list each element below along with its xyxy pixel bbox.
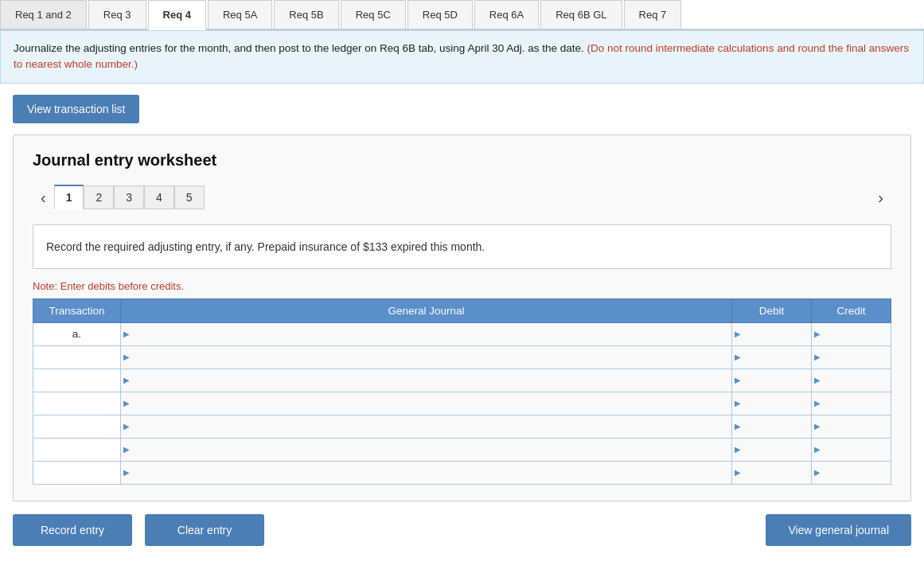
view-transaction-button[interactable]: View transaction list [13, 95, 139, 123]
debit-input[interactable] [743, 462, 811, 484]
credit-input[interactable] [822, 439, 891, 461]
tab-req6bgl[interactable]: Req 6B GL [540, 0, 622, 29]
general-journal-cell[interactable]: ▶ [121, 415, 732, 438]
table-row: ▶▶▶ [33, 392, 891, 415]
page-tab-5[interactable]: 5 [174, 185, 205, 209]
tab-req5b[interactable]: Req 5B [274, 0, 338, 29]
transaction-cell [33, 392, 121, 415]
transaction-cell: a. [33, 322, 121, 345]
instruction-text-bold: Prepaid insurance of $133 expired this m… [255, 240, 485, 253]
credit-input[interactable] [822, 323, 891, 345]
table-row: ▶▶▶ [33, 438, 891, 461]
general-journal-input[interactable] [131, 462, 731, 484]
worksheet-title: Journal entry worksheet [33, 151, 891, 170]
col-credit: Credit [812, 298, 891, 322]
page-tab-2[interactable]: 2 [84, 185, 114, 209]
table-row: ▶▶▶ [33, 415, 891, 438]
tab-req3[interactable]: Req 3 [88, 0, 146, 29]
info-banner: Journalize the adjusting entries for the… [0, 30, 924, 84]
debit-cell[interactable]: ▶ [732, 415, 812, 438]
credit-cell[interactable]: ▶ [812, 415, 891, 438]
debit-cell[interactable]: ▶ [732, 322, 812, 345]
page-tab-3[interactable]: 3 [114, 185, 144, 209]
transaction-cell [33, 438, 121, 461]
record-entry-button[interactable]: Record entry [13, 514, 132, 546]
worksheet-card: Journal entry worksheet ‹ 1 2 3 4 5 › Re… [13, 135, 911, 501]
general-journal-cell[interactable]: ▶ [121, 322, 732, 345]
prev-page-arrow[interactable]: ‹ [33, 184, 54, 212]
table-row: ▶▶▶ [33, 461, 891, 484]
credit-input[interactable] [822, 415, 891, 438]
credit-cell[interactable]: ▶ [812, 322, 891, 345]
tab-req7[interactable]: Req 7 [624, 0, 682, 29]
credit-input[interactable] [822, 346, 891, 369]
view-general-journal-button[interactable]: View general journal [766, 514, 911, 546]
instruction-text-normal: Record the required adjusting entry, if … [46, 240, 255, 253]
debit-cell[interactable]: ▶ [732, 438, 812, 461]
credit-input[interactable] [822, 392, 891, 415]
page-tab-4[interactable]: 4 [144, 185, 174, 209]
note-text: Note: Enter debits before credits. [33, 280, 891, 292]
general-journal-cell[interactable]: ▶ [121, 461, 732, 484]
buttons-row: Record entry Clear entry View general jo… [13, 514, 911, 546]
general-journal-input[interactable] [131, 439, 731, 461]
col-transaction: Transaction [33, 298, 121, 322]
credit-input[interactable] [822, 369, 891, 392]
tab-req5d[interactable]: Req 5D [407, 0, 473, 29]
transaction-cell [33, 345, 121, 369]
tab-req5a[interactable]: Req 5A [208, 0, 272, 29]
page-navigation: ‹ 1 2 3 4 5 › [33, 184, 891, 212]
debit-input[interactable] [743, 392, 811, 415]
page-tab-1[interactable]: 1 [54, 185, 84, 210]
col-debit: Debit [732, 298, 812, 322]
tab-req6a[interactable]: Req 6A [474, 0, 539, 29]
transaction-cell [33, 369, 121, 392]
next-page-arrow[interactable]: › [870, 184, 891, 212]
table-row: ▶▶▶ [33, 369, 891, 392]
general-journal-cell[interactable]: ▶ [121, 345, 732, 369]
debit-input[interactable] [743, 323, 811, 345]
general-journal-cell[interactable]: ▶ [121, 392, 732, 415]
credit-cell[interactable]: ▶ [812, 369, 891, 392]
general-journal-input[interactable] [131, 392, 731, 415]
debit-cell[interactable]: ▶ [732, 392, 812, 415]
debit-input[interactable] [743, 439, 811, 461]
journal-table: Transaction General Journal Debit Credit… [33, 298, 891, 485]
clear-entry-button[interactable]: Clear entry [145, 514, 264, 546]
instruction-box: Record the required adjusting entry, if … [33, 224, 891, 269]
general-journal-input[interactable] [131, 346, 731, 369]
debit-cell[interactable]: ▶ [732, 461, 812, 484]
tab-req1and2[interactable]: Req 1 and 2 [0, 0, 87, 29]
tab-req5c[interactable]: Req 5C [341, 0, 406, 29]
general-journal-cell[interactable]: ▶ [121, 438, 732, 461]
general-journal-cell[interactable]: ▶ [121, 369, 732, 392]
credit-input[interactable] [822, 462, 891, 484]
table-row: a.▶▶▶ [33, 322, 891, 345]
table-row: ▶▶▶ [33, 345, 891, 369]
general-journal-input[interactable] [131, 323, 731, 345]
debit-cell[interactable]: ▶ [732, 345, 812, 369]
credit-cell[interactable]: ▶ [812, 461, 891, 484]
debit-input[interactable] [743, 369, 811, 392]
debit-input[interactable] [743, 415, 811, 438]
general-journal-input[interactable] [131, 415, 731, 438]
debit-input[interactable] [743, 346, 811, 369]
credit-cell[interactable]: ▶ [812, 438, 891, 461]
general-journal-input[interactable] [131, 369, 731, 392]
debit-cell[interactable]: ▶ [732, 369, 812, 392]
transaction-cell [33, 415, 121, 438]
credit-cell[interactable]: ▶ [812, 345, 891, 369]
transaction-cell [33, 461, 121, 484]
info-text-normal: Journalize the adjusting entries for the… [14, 42, 584, 54]
tabs-bar: Req 1 and 2 Req 3 Req 4 Req 5A Req 5B Re… [0, 0, 924, 30]
tab-req4[interactable]: Req 4 [148, 0, 206, 30]
credit-cell[interactable]: ▶ [812, 392, 891, 415]
col-general-journal: General Journal [121, 298, 732, 322]
